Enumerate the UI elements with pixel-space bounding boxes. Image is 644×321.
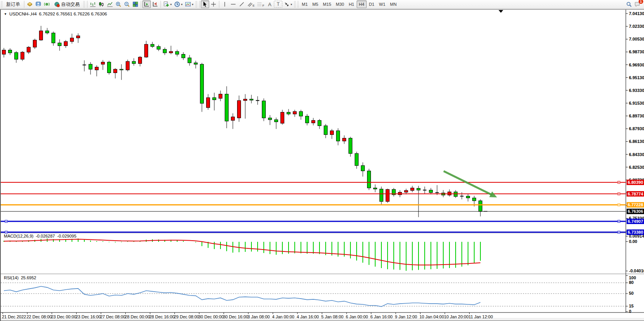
horizontal-line-button[interactable]	[229, 0, 237, 8]
date-label: 4 Jan 00:00	[272, 314, 295, 319]
support-line-orange-handle-dot	[618, 204, 619, 205]
candle-bullish	[70, 38, 74, 41]
candle-bearish	[306, 116, 309, 123]
date-label: 9 Jan 12:00	[395, 314, 417, 319]
templates-icon	[185, 1, 191, 7]
zoom-in-button[interactable]	[114, 0, 123, 8]
candle-bearish	[367, 171, 371, 188]
toolbar-grip[interactable]	[195, 1, 197, 7]
candle-bullish	[237, 100, 241, 118]
price-tick-label: 7.04130	[629, 11, 644, 16]
timeframe-h4-button[interactable]: H4	[357, 0, 367, 8]
templates-button[interactable]: ▾	[184, 0, 195, 8]
candlestick-chart-button[interactable]	[97, 0, 106, 8]
toolbar-grip[interactable]	[294, 1, 296, 7]
candle-bearish	[200, 64, 204, 103]
auto-trading-label: 自动交易	[61, 1, 80, 8]
toolbar-grip[interactable]	[1, 1, 3, 7]
main-toolbar: 新订单 自动交易	[0, 0, 644, 9]
new-order-button[interactable]: 新订单	[3, 0, 23, 8]
bar-chart-button[interactable]	[89, 0, 97, 8]
text-label-button[interactable]: T	[274, 1, 282, 8]
candle-bullish	[95, 67, 99, 70]
zoom-in-icon	[115, 1, 121, 7]
search-button[interactable]	[625, 0, 633, 8]
candle-bullish	[21, 52, 24, 59]
mt4-application: 新订单 自动交易	[0, 0, 644, 321]
candlestick-chart-icon	[98, 1, 104, 7]
equidistant-channel-button[interactable]: E	[246, 0, 256, 8]
timeframe-m15-button[interactable]: M15	[321, 0, 333, 8]
zoom-out-button[interactable]	[123, 0, 131, 8]
target-line-1-handle-dot	[6, 221, 7, 222]
target-line-1-price-label: 6.74907	[628, 219, 643, 224]
price-tick-label: 7.00530	[629, 37, 644, 41]
dropdown-caret-icon: ▾	[181, 3, 183, 6]
toolbar-grip[interactable]	[83, 1, 85, 7]
candle-bullish	[138, 57, 142, 64]
line-chart-button[interactable]	[106, 0, 114, 8]
candle-bearish	[163, 49, 167, 53]
resistance-line-1-price-label: 6.80390	[628, 180, 643, 185]
text-button[interactable]: A	[265, 0, 274, 8]
candle-bullish	[231, 117, 235, 121]
candle-bullish	[33, 40, 37, 47]
target-line-2-handle-dot	[6, 232, 7, 233]
signals-button[interactable]	[43, 0, 51, 8]
candle-bearish	[15, 53, 18, 59]
candle-bearish	[120, 69, 123, 70]
price-tick-label: 6.84330	[629, 152, 644, 157]
candle-bullish	[101, 62, 105, 65]
trendline-button[interactable]	[237, 0, 246, 8]
macd-main-value: -0.026287	[36, 234, 55, 238]
chart-window: 7.041307.023307.005306.987306.969306.951…	[0, 9, 644, 321]
macd-indicator-label: MACD(12,26,9) -0.026287 -0.029095	[4, 234, 77, 238]
arrows-button[interactable]: ▾	[282, 0, 293, 8]
auto-trading-icon	[54, 1, 60, 7]
date-label: 21 Dec 2022	[2, 314, 26, 319]
tile-windows-button[interactable]	[131, 0, 140, 8]
horizontal-line-icon	[230, 1, 236, 7]
timeframe-m30-button[interactable]: M30	[333, 0, 346, 8]
arrows-icon	[284, 1, 290, 7]
chat-button[interactable]: 1	[633, 0, 642, 8]
periods-button[interactable]: ▾	[173, 0, 184, 8]
channel-sub-label: E	[253, 4, 255, 7]
timeframe-d1-button[interactable]: D1	[367, 0, 377, 8]
auto-scroll-button[interactable]	[142, 0, 151, 8]
candle-bullish	[244, 99, 247, 101]
timeframe-h1-button[interactable]: H1	[347, 0, 357, 8]
timeframe-mn-button[interactable]: MN	[388, 0, 399, 8]
candle-bearish	[479, 201, 482, 211]
candle-bullish	[293, 112, 297, 114]
market-watch-button[interactable]	[26, 0, 34, 8]
cursor-button[interactable]	[201, 0, 209, 8]
timeframe-w1-button[interactable]: W1	[377, 0, 388, 8]
date-label: 27 Dec 08:00	[100, 314, 125, 319]
fibonacci-button[interactable]: F	[256, 0, 265, 8]
chart-canvas[interactable]: 7.041307.023307.005306.987306.969306.951…	[1, 10, 644, 321]
vertical-line-button[interactable]	[220, 0, 229, 8]
date-label: 11 Jan 12:00	[469, 314, 493, 319]
candle-bullish	[64, 41, 68, 46]
candle-bearish	[188, 58, 191, 63]
candle-bearish	[337, 131, 340, 141]
candle-bearish	[52, 33, 55, 43]
terminal-button[interactable]	[34, 0, 43, 8]
candle-bullish	[312, 121, 315, 123]
toolbar-separator	[199, 1, 200, 8]
crosshair-button[interactable]	[209, 0, 218, 8]
timeframe-m1-button[interactable]: M1	[299, 0, 310, 8]
candle-bearish	[299, 112, 303, 116]
chart-shift-button[interactable]	[151, 0, 159, 8]
search-icon	[626, 1, 632, 7]
indicators-button[interactable]: ▾	[162, 0, 173, 8]
fibo-sub-label: F	[262, 4, 264, 7]
rsi-axis-label: 80	[629, 280, 634, 285]
target-line-1-handle-dot	[618, 221, 619, 222]
tile-windows-icon	[132, 1, 138, 7]
auto-trading-button[interactable]: 自动交易	[51, 0, 82, 8]
collapse-triangle-icon[interactable]: ▼	[4, 12, 7, 16]
timeframe-m5-button[interactable]: M5	[310, 0, 321, 8]
candle-bearish	[318, 121, 321, 126]
